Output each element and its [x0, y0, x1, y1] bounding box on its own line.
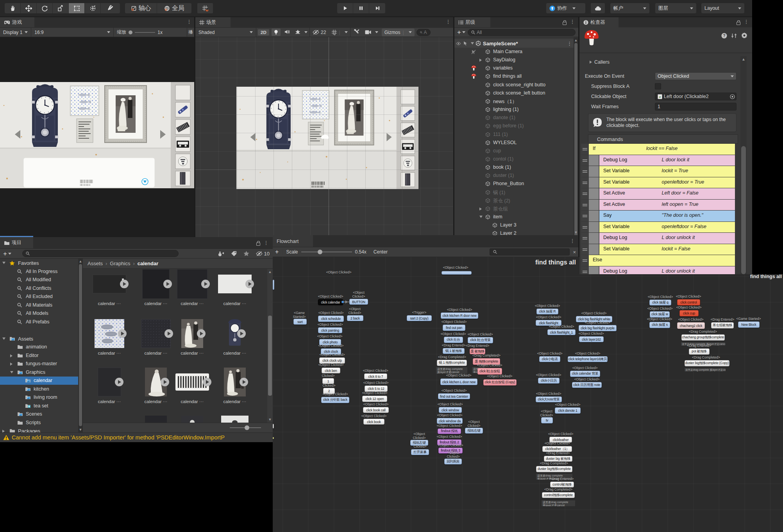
transform-combined-tool-button[interactable] [85, 3, 101, 13]
grid-snapping-toggle[interactable] [197, 3, 213, 13]
zoom-slider-knob[interactable] [129, 30, 132, 34]
project-tree-item[interactable]: Favorites [0, 259, 78, 267]
layers-dropdown[interactable]: 图层 [655, 3, 696, 13]
project-tab[interactable]: 项目 [0, 237, 33, 248]
scene-tab[interactable]: 场景 [195, 17, 231, 27]
thumbnail-size-slider[interactable] [230, 427, 261, 428]
flow-node[interactable]: click window da [437, 418, 463, 424]
flow-node[interactable]: control被拖移 [550, 482, 574, 487]
flow-node[interactable]: click kitchen R door new [441, 312, 478, 319]
hierarchy-item[interactable]: Phone_Button [454, 180, 574, 188]
flow-node[interactable]: click 灶台按钮 (Copy) [483, 379, 517, 386]
scroll-up-arrow[interactable]: ▲ [267, 270, 273, 274]
rect-tool-button[interactable] [69, 3, 85, 13]
flow-node[interactable]: click l灶台背景 [468, 337, 493, 343]
command-row[interactable]: Set Variableopenleftdoor = False [589, 222, 735, 233]
scale-slider[interactable] [301, 252, 352, 252]
search-clear-icon[interactable]: × [573, 249, 576, 255]
scroll-down-arrow[interactable]: ▼ [267, 418, 273, 421]
picking-icon[interactable] [463, 41, 468, 46]
command-row[interactable]: Set Variableopenleftdoor = True [589, 177, 735, 188]
hierarchy-item[interactable]: clock scense_left button [454, 89, 574, 97]
asset-item[interactable]: calendar ⋯ [173, 318, 212, 356]
execute-on-event-dropdown[interactable]: Object Clicked [655, 72, 737, 80]
expand-arrow[interactable] [2, 262, 5, 264]
flow-node[interactable]: pot 被拖移 [689, 348, 710, 355]
pause-button[interactable] [353, 3, 369, 13]
flow-node[interactable] [273, 437, 274, 439]
flow-node[interactable]: findout 报纸 [438, 428, 461, 434]
flow-node[interactable]: click ben [322, 368, 340, 373]
command-row[interactable]: Debug LogL door lock it [589, 155, 735, 166]
hierarchy-item[interactable]: cup [454, 147, 574, 155]
hierarchy-create-dropdown[interactable]: + [457, 29, 465, 36]
project-tree-item[interactable]: All Conflicts [0, 284, 78, 293]
flow-node[interactable]: duster big 被拖移 [544, 456, 572, 462]
project-tree-item[interactable]: animation [0, 343, 78, 351]
expand-arrow[interactable] [479, 216, 483, 218]
hierarchy-search-input[interactable]: All [468, 29, 576, 36]
hierarchy-item[interactable]: duster (1) [454, 171, 574, 180]
hierarchy-item[interactable]: 锅 (1) [454, 188, 574, 196]
flow-node[interactable]: click painting [318, 327, 342, 333]
flowchart-add-block-button[interactable]: + [275, 248, 279, 255]
status-bar[interactable]: Cannot add menu item 'Assets/PSD Importe… [0, 432, 273, 442]
project-tree-item[interactable]: living room [0, 393, 78, 402]
sprite-expand-arrow[interactable] [201, 280, 210, 288]
scene-camera-dropdown[interactable] [363, 30, 381, 34]
hierarchy-item[interactable]: 茶仓组 [454, 205, 574, 213]
zoom-slider-track[interactable] [135, 32, 155, 33]
command-row[interactable]: Set Variablelockit = True [589, 166, 735, 177]
effects-dropdown[interactable] [293, 30, 309, 35]
sprite-expand-arrow[interactable] [163, 280, 172, 288]
picking-disabled-icon[interactable] [471, 50, 476, 54]
rotate-tool-button[interactable] [37, 3, 53, 13]
flow-node[interactable]: click control [677, 299, 700, 305]
project-tree-item[interactable]: Packages [0, 427, 78, 432]
flow-node[interactable]: click 抽屉 q [649, 300, 671, 305]
flow-node[interactable]: click 抽屉 s [649, 322, 670, 328]
flow-node[interactable]: 1 [322, 378, 334, 384]
asset-item[interactable]: calendar ⋯ [215, 367, 254, 404]
project-tree-item[interactable]: All Excluded [0, 293, 78, 301]
command-reorder-handle[interactable] [581, 200, 589, 211]
inspector-lock-button[interactable] [737, 20, 741, 25]
search-by-label-icon[interactable] [231, 251, 237, 256]
flow-node[interactable]: sart 2 (Copy) [407, 315, 432, 321]
command-row[interactable]: Debug LogL door unlock it [589, 233, 735, 244]
scene-menu-kebab[interactable]: ⋮ [445, 19, 451, 25]
command-reorder-handle[interactable] [581, 166, 589, 177]
project-tree-item[interactable]: All Modified [0, 276, 78, 284]
scrollbar-thumb[interactable] [79, 264, 82, 426]
scroll-up-arrow[interactable]: ▲ [574, 38, 578, 42]
command-reorder-handle[interactable] [581, 144, 589, 155]
wait-frames-field[interactable]: 1 [655, 103, 737, 111]
flow-node[interactable]: tv [541, 417, 553, 423]
sprite-expand-arrow[interactable] [161, 378, 169, 386]
flow-node[interactable]: click cup [679, 310, 699, 316]
project-tree-item[interactable]: All Prefabs [0, 318, 78, 326]
sprite-expand-arrow[interactable] [115, 378, 123, 386]
command-reorder-handle[interactable] [581, 155, 589, 166]
game-menu-kebab[interactable]: ⋮ [186, 19, 192, 25]
asset-item[interactable]: calendar ⋯ [173, 269, 212, 306]
flow-node[interactable]: click schedule [318, 316, 344, 322]
maximize-on-play-toggle[interactable]: 播 [187, 29, 194, 36]
sprite-expand-arrow[interactable] [203, 378, 211, 386]
account-dropdown[interactable]: 帐户 [610, 3, 649, 13]
flow-node[interactable]: click calendar 背景 [570, 371, 600, 377]
asset-item[interactable] [136, 415, 175, 423]
project-tree-item[interactable]: Graphics [0, 368, 78, 377]
scroll-down-arrow[interactable]: ▼ [78, 428, 83, 432]
step-button[interactable] [369, 3, 385, 13]
project-tree-item[interactable]: All Materials [0, 301, 78, 309]
command-reorder-handle[interactable] [581, 266, 589, 275]
command-reorder-handle[interactable] [581, 211, 589, 221]
flowchart-tab[interactable]: Flowchart [273, 235, 313, 247]
flow-node[interactable]: click小日历 [538, 378, 560, 384]
audio-toggle[interactable] [282, 29, 292, 36]
shading-dropdown[interactable]: Shaded [195, 28, 256, 37]
flow-node[interactable]: 茶仓组被拖移 [711, 322, 734, 328]
scene-grid-dropdown[interactable]: | [329, 29, 350, 35]
asset-item[interactable]: calendar ⋯ [136, 318, 175, 356]
